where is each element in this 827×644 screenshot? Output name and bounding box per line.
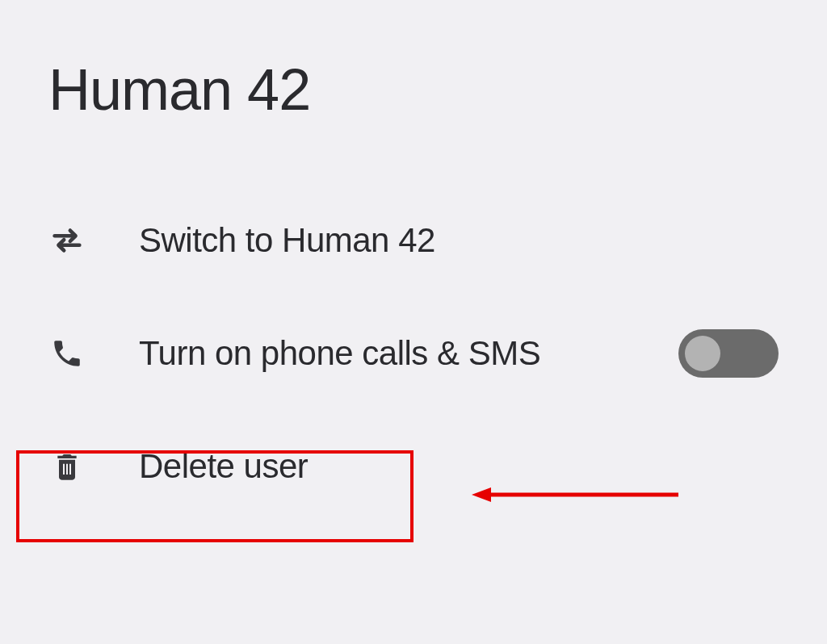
phone-sms-row[interactable]: Turn on phone calls & SMS <box>48 324 779 383</box>
phone-icon <box>48 335 86 372</box>
trash-icon <box>48 448 86 485</box>
switch-user-row[interactable]: Switch to Human 42 <box>48 211 779 270</box>
switch-user-label: Switch to Human 42 <box>139 221 435 260</box>
swap-icon <box>48 222 86 259</box>
delete-user-row[interactable]: Delete user <box>48 437 779 496</box>
phone-sms-label: Turn on phone calls & SMS <box>139 334 540 373</box>
delete-user-label: Delete user <box>139 447 308 486</box>
phone-sms-toggle[interactable] <box>678 329 779 378</box>
toggle-knob <box>685 336 720 371</box>
page-title: Human 42 <box>48 56 779 123</box>
